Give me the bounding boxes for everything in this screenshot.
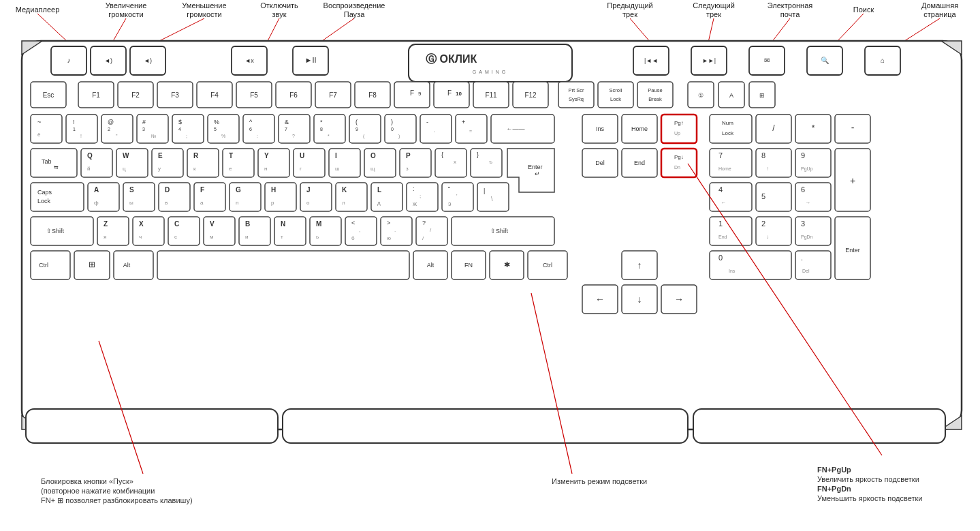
svg-rect-197 <box>300 183 332 211</box>
svg-text:⇧Shift: ⇧Shift <box>46 228 65 234</box>
svg-text:F11: F11 <box>485 91 497 99</box>
svg-text:м: м <box>210 234 214 240</box>
annotation-prev: Предыдущий <box>607 1 652 10</box>
svg-text:I: I <box>335 152 337 160</box>
svg-text:◄): ◄) <box>144 57 152 64</box>
svg-line-2 <box>157 18 204 42</box>
svg-text:0: 0 <box>718 254 723 262</box>
svg-rect-115 <box>314 115 345 143</box>
svg-text::: : <box>413 185 415 192</box>
annotation-backlight: Изменить режим подсветки <box>552 477 647 485</box>
page-container: Медиаплеер Увеличение громкости Уменьшен… <box>0 0 980 531</box>
svg-rect-141 <box>116 149 148 177</box>
annotation-next-2: трек <box>706 10 721 18</box>
svg-text:→: → <box>805 200 810 206</box>
svg-rect-311 <box>710 183 752 211</box>
svg-rect-99 <box>172 115 204 143</box>
svg-text:A: A <box>729 92 733 99</box>
svg-text:|◄◄: |◄◄ <box>644 57 658 64</box>
svg-rect-150 <box>223 149 254 177</box>
svg-text:9: 9 <box>355 127 358 132</box>
svg-text:г: г <box>300 166 302 172</box>
svg-rect-91 <box>101 115 133 143</box>
svg-text:PgDn: PgDn <box>801 234 813 240</box>
svg-text:↑: ↑ <box>766 166 769 172</box>
svg-text:ы: ы <box>129 200 133 206</box>
svg-rect-72 <box>598 82 633 108</box>
svg-text:♪: ♪ <box>67 57 71 64</box>
svg-text:PgUp: PgUp <box>801 166 813 172</box>
svg-text:Num: Num <box>722 120 733 126</box>
svg-text:►II: ►II <box>305 56 317 64</box>
svg-rect-138 <box>81 149 112 177</box>
svg-line-4 <box>320 18 354 42</box>
svg-text:ъ: ъ <box>489 159 492 165</box>
svg-rect-144 <box>152 149 183 177</box>
svg-text:Tab: Tab <box>42 158 52 165</box>
svg-text:": " <box>448 185 450 192</box>
svg-text:F: F <box>200 186 204 194</box>
annotation-vol-up: Увеличение <box>106 1 147 10</box>
svg-text:F2: F2 <box>131 91 140 99</box>
svg-text:M: M <box>316 220 321 228</box>
svg-text:►►|: ►►| <box>702 57 716 64</box>
svg-text:*: * <box>812 123 815 133</box>
svg-rect-200 <box>336 183 367 211</box>
svg-text:Ins: Ins <box>729 269 736 273</box>
svg-text:Pg↑: Pg↑ <box>674 120 684 126</box>
annotation-mute-2: звук <box>272 10 287 18</box>
svg-text:U: U <box>300 152 304 160</box>
svg-text:Up: Up <box>674 131 680 136</box>
svg-text:@: @ <box>108 119 114 125</box>
svg-rect-219 <box>97 217 129 245</box>
svg-text:⇆: ⇆ <box>54 164 59 170</box>
svg-text:F6: F6 <box>289 91 298 99</box>
svg-line-5 <box>630 18 650 42</box>
svg-text:д: д <box>377 200 381 206</box>
svg-text:F8: F8 <box>368 91 377 99</box>
svg-text:B: B <box>245 220 250 228</box>
svg-text:%: % <box>221 134 225 138</box>
svg-text:End: End <box>634 160 645 166</box>
annotation-email: Электронная <box>768 1 813 10</box>
svg-text:и: и <box>245 234 248 240</box>
svg-text:~: ~ <box>37 119 41 125</box>
svg-rect-210 <box>442 183 473 211</box>
svg-rect-258 <box>114 251 153 279</box>
svg-text:4: 4 <box>718 185 723 194</box>
svg-text:8: 8 <box>320 127 323 132</box>
svg-text:R: R <box>193 152 199 160</box>
svg-text:F1: F1 <box>92 91 100 99</box>
annotation-search: Поиск <box>853 5 874 14</box>
svg-text:ж: ж <box>413 200 417 207</box>
svg-text:FN: FN <box>464 262 473 269</box>
svg-text:ь: ь <box>316 234 319 240</box>
svg-text:Lock: Lock <box>722 130 734 136</box>
annotation-mute: Отключить <box>260 1 298 10</box>
svg-text:): ) <box>398 134 400 139</box>
svg-text:E: E <box>158 152 163 160</box>
svg-text:↑: ↑ <box>637 260 642 271</box>
svg-text:N: N <box>281 220 285 228</box>
svg-text:$: $ <box>178 119 182 125</box>
svg-rect-127 <box>420 115 452 143</box>
svg-text:O: O <box>370 152 376 160</box>
svg-text:7: 7 <box>285 127 287 132</box>
annotation-play: Воспроизведение <box>323 1 385 10</box>
svg-rect-237 <box>310 217 341 245</box>
annotation-win-lock: Блокировка кнопки «Пуск» <box>41 477 133 485</box>
svg-text:Ctrl: Ctrl <box>543 262 552 269</box>
annotation-home-2: страница <box>923 10 956 18</box>
svg-text:H: H <box>271 186 276 194</box>
svg-rect-159 <box>329 149 360 177</box>
svg-text:↵: ↵ <box>535 170 540 177</box>
svg-rect-165 <box>400 149 431 177</box>
svg-text:э: э <box>448 200 452 207</box>
annotation-email-2: почта <box>780 10 800 18</box>
svg-text:з: з <box>406 166 409 172</box>
svg-text:1: 1 <box>73 127 76 132</box>
svg-text:P: P <box>406 152 411 160</box>
svg-text:G: G <box>236 186 241 194</box>
svg-text:8: 8 <box>761 151 765 160</box>
svg-text:Pg↓: Pg↓ <box>674 154 684 160</box>
